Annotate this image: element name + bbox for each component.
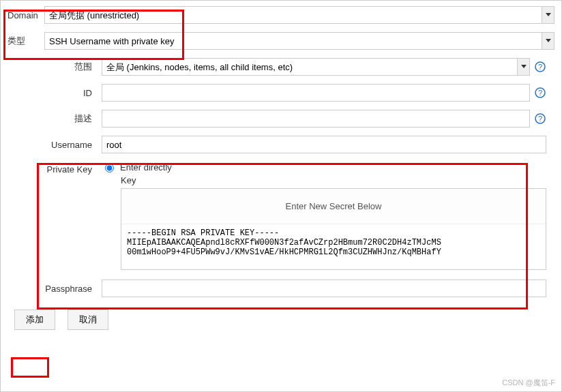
enter-directly-radio[interactable] bbox=[105, 164, 114, 172]
help-icon[interactable]: ? bbox=[534, 61, 546, 73]
domain-label: Domain bbox=[8, 10, 44, 20]
svg-text:?: ? bbox=[538, 115, 542, 123]
username-input[interactable] bbox=[102, 136, 546, 153]
add-button[interactable]: 添加 bbox=[14, 310, 55, 330]
help-icon[interactable]: ? bbox=[534, 87, 546, 99]
secret-header: Enter New Secret Below bbox=[121, 189, 546, 224]
watermark: CSDN @魔笛-F bbox=[502, 378, 555, 388]
id-label: ID bbox=[38, 88, 102, 98]
annotation-box bbox=[11, 357, 49, 378]
id-input[interactable] bbox=[102, 84, 530, 102]
secret-textarea[interactable] bbox=[121, 224, 546, 267]
svg-text:?: ? bbox=[538, 63, 542, 71]
username-label: Username bbox=[38, 140, 102, 150]
type-select[interactable]: SSH Username with private key bbox=[44, 32, 554, 50]
type-label: 类型 bbox=[8, 35, 44, 47]
scope-label: 范围 bbox=[38, 61, 102, 73]
desc-label: 描述 bbox=[38, 112, 102, 125]
passphrase-input[interactable] bbox=[102, 280, 546, 297]
key-label: Key bbox=[121, 175, 546, 185]
scope-select[interactable]: 全局 (Jenkins, nodes, items, all child ite… bbox=[102, 58, 530, 76]
cancel-button[interactable]: 取消 bbox=[68, 310, 108, 330]
domain-select[interactable]: 全局凭据 (unrestricted) bbox=[44, 6, 554, 24]
svg-text:?: ? bbox=[538, 89, 542, 97]
desc-input[interactable] bbox=[102, 110, 530, 127]
help-icon[interactable]: ? bbox=[534, 112, 546, 125]
passphrase-label: Passphrase bbox=[38, 284, 102, 294]
privatekey-label: Private Key bbox=[38, 162, 102, 175]
enter-directly-label: Enter directly bbox=[120, 162, 172, 172]
